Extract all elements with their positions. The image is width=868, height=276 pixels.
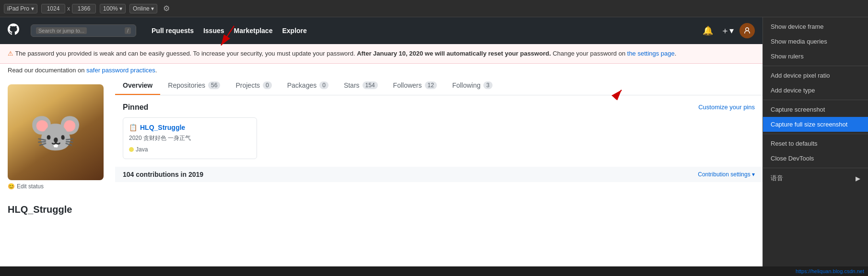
packages-count: 0 — [319, 81, 328, 89]
tab-overview-label: Overview — [123, 81, 152, 89]
nav-marketplace[interactable]: Marketplace — [230, 24, 277, 37]
edit-status-label: Edit status — [17, 183, 44, 190]
pinned-card: 📋 HLQ_Struggle 2020 贪财好色 一身正气 Java — [123, 117, 257, 159]
tab-followers[interactable]: Followers 12 — [386, 77, 445, 95]
nav-issues[interactable]: Issues — [199, 24, 228, 37]
profile-tabs: Overview Repositories 56 Projects 0 Pack… — [115, 77, 762, 95]
pinned-header: Pinned Customize your pins — [123, 103, 755, 112]
stars-count: 154 — [363, 81, 378, 89]
read-more-label: Read our documentation on — [8, 67, 86, 74]
contribution-settings-link[interactable]: Contribution settings ▾ — [698, 171, 755, 178]
username-display: HLQ_Struggle — [0, 200, 762, 219]
pinned-title: Pinned — [123, 103, 148, 112]
width-input[interactable] — [41, 4, 65, 13]
tab-following[interactable]: Following 3 — [445, 77, 500, 95]
github-nav: Pull requests Issues Marketplace Explore — [148, 24, 311, 37]
repo-description: 2020 贪财好色 一身正气 — [129, 134, 251, 142]
tab-projects-label: Projects — [235, 81, 260, 89]
menu-add-device-type[interactable]: Add device type — [763, 83, 868, 98]
network-chevron: ▾ — [151, 5, 154, 12]
menu-close-devtools[interactable]: Close DevTools — [763, 151, 868, 166]
edit-status-button[interactable]: 😊 Edit status — [8, 180, 107, 193]
menu-show-device-frame[interactable]: Show device frame — [763, 19, 868, 34]
tab-repositories[interactable]: Repositories 56 — [160, 77, 228, 95]
nav-explore[interactable]: Explore — [278, 24, 310, 37]
github-page: Search or jump to... / Pull requests Iss… — [0, 17, 762, 266]
network-selector[interactable]: Online ▾ — [129, 4, 157, 13]
context-menu: Show device frame Show media queries Sho… — [763, 17, 868, 188]
settings-icon[interactable]: ⚙ — [161, 3, 172, 14]
warning-text3: Change your password on — [552, 50, 627, 57]
menu-show-rulers[interactable]: Show rulers — [763, 49, 868, 64]
safer-practices-link[interactable]: safer password practices — [86, 67, 155, 74]
username-text: HLQ_Struggle — [8, 204, 72, 215]
pinned-section: Pinned Customize your pins 📋 HLQ_Struggl… — [115, 95, 762, 167]
repo-icon: 📋 — [129, 124, 137, 131]
contributions-count: 104 contributions in 2019 — [123, 171, 203, 178]
search-box[interactable]: Search or jump to... / — [31, 24, 136, 37]
profile-content-area: 😊 Edit status Overview Repositories 56 — [0, 77, 762, 200]
dimension-display: x — [41, 4, 96, 13]
settings-link[interactable]: the settings page — [627, 50, 675, 57]
search-placeholder: Search or jump to... — [36, 27, 87, 34]
pinned-card-header: 📋 HLQ_Struggle — [129, 124, 251, 131]
tab-packages[interactable]: Packages 0 — [280, 77, 336, 95]
github-logo[interactable] — [8, 23, 19, 38]
menu-divider-4 — [763, 168, 868, 168]
warning-icon: ⚠ — [8, 50, 13, 57]
chevron-icon: ▾ — [31, 5, 34, 12]
profile-right-col: Overview Repositories 56 Projects 0 Pack… — [115, 77, 762, 200]
smiley-icon: 😊 — [8, 183, 15, 190]
zoom-selector[interactable]: 100% ▾ — [100, 4, 126, 13]
profile-left-col: 😊 Edit status — [0, 77, 115, 200]
language-dot — [129, 147, 134, 152]
warning-text2: After January 10, 2020 we will automatic… — [357, 50, 551, 57]
tab-followers-label: Followers — [393, 81, 422, 89]
height-input[interactable] — [72, 4, 96, 13]
device-selector[interactable]: iPad Pro ▾ — [4, 4, 37, 13]
tab-projects[interactable]: Projects 0 — [228, 77, 279, 95]
device-name: iPad Pro — [7, 5, 29, 12]
zoom-chevron: ▾ — [119, 5, 122, 12]
customize-pins-link[interactable]: Customize your pins — [698, 104, 755, 111]
notification-icon[interactable]: 🔔 — [701, 23, 715, 38]
menu-capture-full-size[interactable]: Capture full size screenshot — [763, 117, 868, 132]
language-name: Java — [136, 146, 148, 153]
menu-add-pixel-ratio[interactable]: Add device pixel ratio — [763, 68, 868, 83]
user-avatar[interactable] — [739, 23, 755, 38]
zoom-value: 100% — [103, 5, 118, 12]
nav-pull-requests[interactable]: Pull requests — [148, 24, 198, 37]
menu-show-media-queries[interactable]: Show media queries — [763, 34, 868, 49]
menu-divider-2 — [763, 100, 868, 100]
repo-name-link[interactable]: HLQ_Struggle — [140, 124, 185, 131]
read-more-text: Read our documentation on safer password… — [0, 64, 762, 77]
profile-avatar — [8, 84, 104, 180]
x-separator: x — [67, 5, 70, 12]
tab-following-label: Following — [452, 81, 481, 89]
followers-count: 12 — [425, 81, 437, 89]
menu-divider-1 — [763, 66, 868, 66]
status-url: https://heliquan.blog.csdn.net — [796, 268, 864, 274]
tab-stars-label: Stars — [344, 81, 360, 89]
search-shortcut: / — [125, 27, 131, 34]
menu-capture-screenshot[interactable]: Capture screenshot — [763, 102, 868, 117]
plus-icon[interactable]: ＋▾ — [719, 23, 736, 38]
submenu-arrow-icon: ▶ — [856, 175, 860, 182]
warning-banner: ⚠ The password you provided is weak and … — [0, 44, 762, 64]
tab-packages-label: Packages — [287, 81, 317, 89]
network-value: Online — [133, 5, 150, 12]
main-area: Search or jump to... / Pull requests Iss… — [0, 17, 868, 266]
menu-reset-defaults[interactable]: Reset to defaults — [763, 136, 868, 151]
tab-overview[interactable]: Overview — [115, 77, 160, 95]
repo-language: Java — [129, 146, 251, 153]
tab-stars[interactable]: Stars 154 — [336, 77, 386, 95]
menu-language[interactable]: 语音 ▶ — [763, 170, 868, 186]
contributions-bar: 104 contributions in 2019 Contribution s… — [115, 167, 762, 182]
following-count: 3 — [483, 81, 493, 89]
menu-divider-3 — [763, 134, 868, 134]
header-right: 🔔 ＋▾ — [701, 23, 755, 38]
status-bar: https://heliquan.blog.csdn.net — [0, 266, 868, 276]
projects-count: 0 — [263, 81, 272, 89]
warning-text1: The password you provided is weak and ca… — [15, 50, 355, 57]
tab-repositories-label: Repositories — [168, 81, 205, 89]
